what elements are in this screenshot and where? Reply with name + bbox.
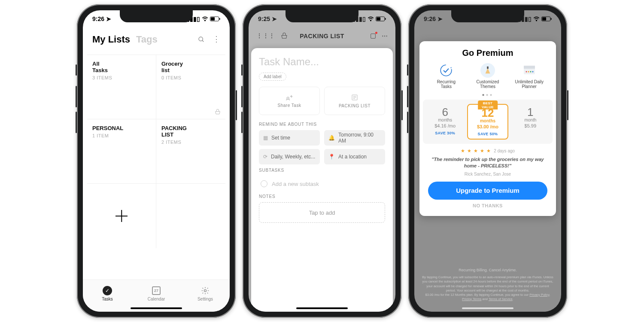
svg-rect-10 — [377, 17, 380, 20]
svg-line-5 — [202, 40, 204, 42]
tab-my-lists[interactable]: My Lists — [92, 34, 130, 45]
svg-rect-9 — [385, 18, 386, 20]
feature-planner: Unlimited Daily Planner — [512, 63, 547, 89]
upgrade-button[interactable]: Upgrade to Premium — [428, 182, 547, 200]
status-time: 9:25 — [258, 15, 270, 22]
notification-icon[interactable] — [370, 33, 377, 39]
pricing-link[interactable]: Pricing Terms — [462, 297, 481, 301]
status-time: 9:26 — [92, 15, 104, 22]
tos-link[interactable]: Terms of Service — [489, 297, 513, 301]
list-card-packing[interactable]: PACKING LIST 2 ITEMS — [156, 119, 225, 184]
more-icon[interactable]: ⋮ — [213, 38, 220, 41]
best-value-badge: BEST VALUE — [478, 100, 498, 109]
battery-icon — [541, 16, 552, 21]
svg-rect-11 — [371, 34, 375, 39]
status-time: 9:26 — [424, 15, 436, 22]
add-list-button[interactable] — [87, 184, 156, 248]
share-icon — [285, 94, 294, 100]
svg-rect-24 — [524, 66, 535, 69]
svg-point-4 — [199, 37, 203, 41]
tab-tags[interactable]: Tags — [136, 34, 158, 45]
basket-icon[interactable] — [280, 32, 288, 40]
more-icon[interactable]: ⋯ — [382, 33, 388, 39]
planner-icon — [522, 63, 537, 78]
svg-point-25 — [526, 71, 527, 73]
privacy-link[interactable]: Privacy Policy — [529, 293, 549, 297]
plus-icon — [115, 210, 128, 222]
plan-6-months[interactable]: 6 months $4.16 /mo SAVE 30% — [425, 104, 465, 140]
phone-mock-2: 9:25 ➤ ▮▮▮▯ ⋮⋮⋮ PACKING LIST ⋯ Task Name… — [243, 4, 401, 318]
phone-mock-3: 9:26 ➤ ▮▮▮▯ Go Premium Recurring Tasks C… — [408, 4, 567, 318]
location-button[interactable]: 📍At a location — [324, 149, 385, 164]
plan-1-month[interactable]: 1 month $5.99 — [511, 104, 550, 140]
list-card-personal[interactable]: PERSONAL 1 ITEM — [87, 119, 156, 184]
plan-12-months[interactable]: BEST VALUE 12 months $3.00 /mo SAVE 50% — [467, 104, 508, 140]
tab-calendar[interactable]: 27 Calendar — [132, 280, 181, 312]
wifi-icon — [202, 16, 208, 21]
svg-point-26 — [528, 71, 529, 73]
review-block: ★ ★ ★ ★ ★2 days ago "The reminder to pic… — [425, 148, 550, 176]
tab-tasks[interactable]: ✓ Tasks — [83, 280, 132, 312]
screen-title-dimmed: ⋮⋮⋮ PACKING LIST ⋯ — [249, 27, 395, 45]
set-time-button[interactable]: ▦Set time — [259, 130, 320, 146]
battery-icon — [376, 16, 386, 21]
list-icon — [351, 94, 358, 101]
legal-text: Recurring Billing. Cancel Anytime. By ta… — [422, 267, 553, 301]
basket-icon — [214, 109, 221, 115]
svg-point-27 — [530, 71, 531, 73]
svg-rect-22 — [487, 67, 489, 69]
themes-icon — [480, 63, 495, 78]
task-sheet: Task Name... Add label Share Task PACKIN… — [251, 48, 393, 312]
svg-point-0 — [205, 20, 206, 21]
repeat-icon: ⟳ — [263, 154, 267, 160]
recurrence-button[interactable]: ⟳Daily, Weekly, etc... — [259, 149, 320, 164]
page-dots[interactable]: ●●● — [425, 92, 550, 97]
no-thanks-button[interactable]: NO THANKS — [425, 203, 550, 208]
search-icon[interactable] — [198, 36, 205, 43]
list-select-button[interactable]: PACKING LIST — [324, 87, 385, 115]
svg-rect-20 — [542, 17, 546, 20]
svg-point-28 — [532, 71, 533, 73]
add-subtask-input[interactable]: Add a new subtask — [259, 176, 385, 191]
check-icon: ✓ — [103, 286, 112, 295]
share-task-button[interactable]: Share Task — [259, 87, 320, 115]
feature-recurring: Recurring Tasks — [429, 63, 463, 89]
bottom-tab-bar: ✓ Tasks 27 Calendar Settings — [83, 279, 230, 312]
home-indicator[interactable] — [296, 307, 348, 309]
task-name-input[interactable]: Task Name... — [259, 56, 385, 68]
calendar-icon: ▦ — [263, 135, 268, 141]
gear-icon — [200, 286, 210, 295]
add-label-button[interactable]: Add label — [259, 73, 286, 81]
feature-themes: Customized Themes — [471, 63, 505, 89]
svg-point-17 — [536, 20, 537, 21]
svg-point-21 — [441, 65, 452, 76]
home-indicator[interactable] — [462, 307, 513, 309]
location-icon: ➤ — [437, 15, 443, 22]
svg-rect-19 — [551, 18, 552, 20]
stars-icon: ★ ★ ★ ★ ★ — [461, 148, 491, 153]
remind-label: REMIND ME ABOUT THIS — [259, 122, 385, 127]
location-icon: ➤ — [106, 15, 111, 22]
list-card-all-tasks[interactable]: All Tasks 3 ITEMS — [87, 55, 156, 119]
subtasks-label: SUBTASKS — [259, 168, 385, 173]
list-card-grocery[interactable]: Grocery list 0 ITEMS — [156, 55, 225, 119]
svg-rect-2 — [219, 18, 220, 20]
calendar-icon: 27 — [152, 286, 161, 295]
wifi-icon — [533, 16, 540, 21]
battery-icon — [210, 16, 220, 21]
grid-icon[interactable]: ⋮⋮⋮ — [256, 32, 275, 40]
pin-icon: 📍 — [328, 154, 335, 160]
notes-input[interactable]: Tap to add — [259, 202, 385, 223]
bell-icon: 🔔 — [328, 135, 335, 141]
premium-modal: Go Premium Recurring Tasks Customized Th… — [419, 41, 556, 216]
circle-icon — [261, 180, 267, 187]
tab-settings[interactable]: Settings — [181, 280, 230, 312]
tomorrow-button[interactable]: 🔔Tomorrow, 9:00 AM — [324, 130, 385, 146]
svg-point-6 — [204, 290, 207, 292]
modal-title: Go Premium — [425, 48, 550, 58]
wifi-icon — [368, 16, 374, 21]
home-indicator[interactable] — [131, 307, 182, 309]
svg-rect-3 — [211, 17, 215, 20]
recurring-icon — [439, 63, 453, 78]
location-icon: ➤ — [272, 15, 277, 22]
